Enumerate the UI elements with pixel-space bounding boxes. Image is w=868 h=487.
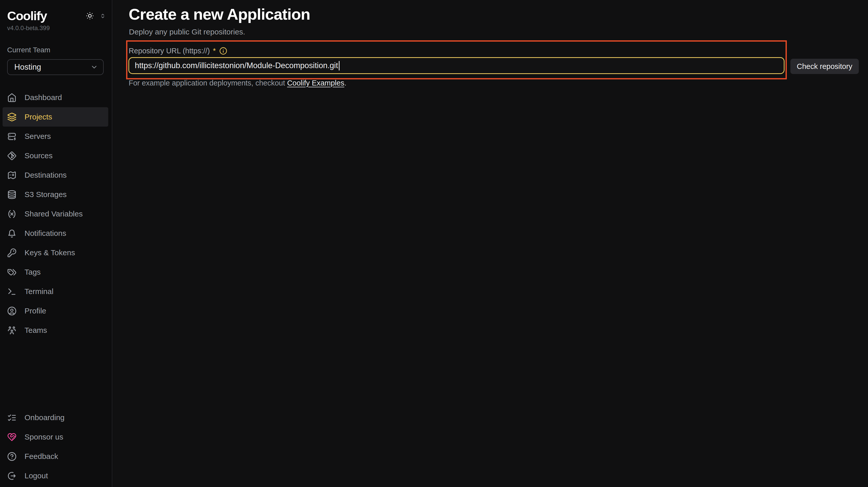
sidebar-item-label: Dashboard xyxy=(25,93,62,102)
repository-url-input[interactable]: https://github.com/illicitestonion/Modul… xyxy=(128,57,784,74)
sidebar-item-label: S3 Storages xyxy=(25,190,67,199)
sidebar-header: Coolify xyxy=(7,9,106,23)
coolify-examples-link[interactable]: Coolify Examples xyxy=(287,79,344,87)
chevrons-up-down-icon xyxy=(99,12,106,20)
sidebar-item-label: Keys & Tokens xyxy=(25,248,75,257)
header-controls xyxy=(86,11,106,20)
sidebar-item-label: Shared Variables xyxy=(25,209,83,218)
sidebar-item-onboarding[interactable]: Onboarding xyxy=(3,408,108,427)
tags-icon xyxy=(7,267,17,277)
variable-icon xyxy=(7,209,17,219)
sidebar-footer-menu: OnboardingSponsor usFeedbackLogout xyxy=(3,408,108,486)
helper-text: For example application deployments, che… xyxy=(129,78,346,88)
sidebar-item-servers[interactable]: Servers xyxy=(3,127,108,146)
sidebar-item-destinations[interactable]: Destinations xyxy=(3,165,108,185)
sidebar-item-label: Projects xyxy=(25,112,52,121)
sidebar-item-label: Sponsor us xyxy=(25,433,63,441)
sidebar-item-label: Servers xyxy=(25,132,51,141)
layers-icon xyxy=(7,112,17,122)
sidebar-item-label: Sources xyxy=(25,151,53,160)
app-version: v4.0.0-beta.399 xyxy=(7,25,108,32)
main-content: Create a new Application Deploy any publ… xyxy=(112,0,868,487)
sidebar-item-label: Teams xyxy=(25,326,47,335)
sidebar-item-label: Notifications xyxy=(25,229,66,238)
sidebar-item-label: Profile xyxy=(25,306,46,315)
theme-toggle-button[interactable] xyxy=(86,11,94,20)
team-select-value: Hosting xyxy=(14,63,41,72)
users-group-icon xyxy=(7,326,17,335)
sidebar-item-projects[interactable]: Projects xyxy=(3,107,108,127)
sidebar-item-sponsor-us[interactable]: Sponsor us xyxy=(3,427,108,447)
sidebar-item-notifications[interactable]: Notifications xyxy=(3,224,108,243)
sidebar-menu: DashboardProjectsServersSourcesDestinati… xyxy=(3,88,108,340)
logout-icon xyxy=(7,471,17,481)
sidebar-item-logout[interactable]: Logout xyxy=(3,466,108,485)
repository-url-value: https://github.com/illicitestonion/Modul… xyxy=(135,61,338,70)
required-marker: * xyxy=(213,47,216,55)
key-icon xyxy=(7,248,17,258)
sidebar-item-sources[interactable]: Sources xyxy=(3,146,108,165)
helper-prefix: For example application deployments, che… xyxy=(129,79,287,87)
sidebar-item-shared-variables[interactable]: Shared Variables xyxy=(3,204,108,224)
sidebar-item-label: Terminal xyxy=(25,287,53,296)
user-circle-icon xyxy=(7,306,17,316)
page-title: Create a new Application xyxy=(129,5,310,24)
map-x-icon xyxy=(7,170,17,180)
heart-handshake-icon xyxy=(7,432,17,442)
sidebar-item-keys-tokens[interactable]: Keys & Tokens xyxy=(3,243,108,262)
database-icon xyxy=(7,190,17,199)
theme-switcher-button[interactable] xyxy=(99,12,106,20)
sidebar-item-tags[interactable]: Tags xyxy=(3,262,108,282)
check-repository-button[interactable]: Check repository xyxy=(790,59,859,74)
sidebar-item-label: Feedback xyxy=(25,452,58,461)
sidebar-item-label: Destinations xyxy=(25,171,67,180)
sidebar-item-teams[interactable]: Teams xyxy=(3,321,108,340)
repository-url-label-row: Repository URL (https://) * xyxy=(129,46,227,56)
sidebar-item-dashboard[interactable]: Dashboard xyxy=(3,88,108,107)
sidebar-item-s3-storages[interactable]: S3 Storages xyxy=(3,185,108,204)
sidebar-item-label: Onboarding xyxy=(25,413,65,422)
app-logo: Coolify xyxy=(7,9,47,23)
current-team-label: Current Team xyxy=(7,46,108,54)
app-window: Coolify v4.0.0-beta.399 Current Team Hos… xyxy=(0,0,868,487)
bell-icon xyxy=(7,229,17,238)
help-circle-icon xyxy=(7,452,17,461)
team-select[interactable]: Hosting xyxy=(7,59,104,75)
info-circle-icon[interactable] xyxy=(219,47,227,55)
server-bolt-icon xyxy=(7,132,17,141)
chevron-down-icon xyxy=(90,63,98,71)
list-checks-icon xyxy=(7,413,17,422)
sidebar-item-label: Tags xyxy=(25,268,40,277)
sidebar-item-label: Logout xyxy=(25,472,48,480)
sidebar-item-feedback[interactable]: Feedback xyxy=(3,447,108,466)
sidebar-item-terminal[interactable]: Terminal xyxy=(3,282,108,301)
sidebar-item-profile[interactable]: Profile xyxy=(3,301,108,321)
git-icon xyxy=(7,151,17,161)
repository-url-label: Repository URL (https://) xyxy=(129,47,210,55)
page-subtitle: Deploy any public Git repositories. xyxy=(129,27,245,37)
helper-suffix: . xyxy=(344,79,346,87)
sidebar: Coolify v4.0.0-beta.399 Current Team Hos… xyxy=(0,0,112,487)
sun-icon xyxy=(86,11,94,20)
terminal-icon xyxy=(7,287,17,296)
text-cursor xyxy=(339,61,340,70)
home-icon xyxy=(7,93,17,102)
